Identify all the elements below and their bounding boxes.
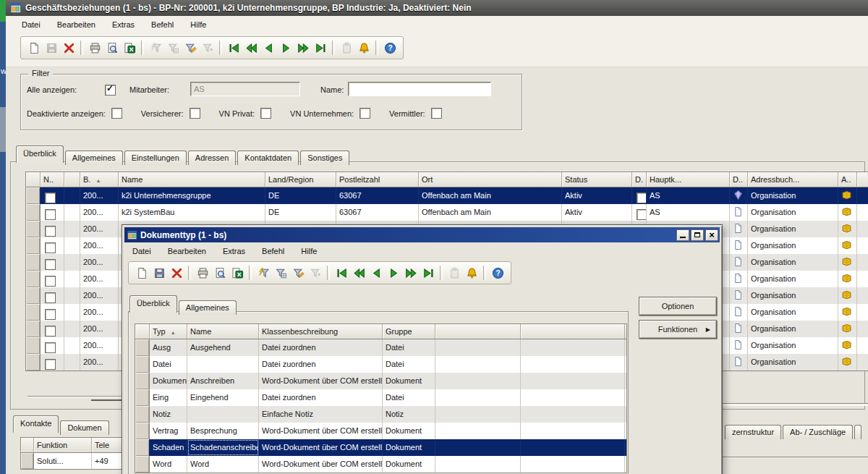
main-tab-sonstiges[interactable]: Sonstiges bbox=[300, 151, 349, 165]
bottom-tab-ab-zuschl-ge[interactable]: Ab- / Zuschläge bbox=[783, 425, 853, 439]
main-col-sel[interactable] bbox=[857, 172, 868, 187]
main-col-n[interactable]: N.. bbox=[41, 172, 64, 187]
filter-edit-button[interactable] bbox=[289, 264, 307, 282]
n-checkbox[interactable] bbox=[45, 292, 56, 303]
bottom-tab-kontakte[interactable]: Kontakte bbox=[13, 415, 59, 433]
dialog-menu-hilfe[interactable]: Hilfe bbox=[295, 244, 323, 258]
row-selector[interactable] bbox=[26, 321, 41, 337]
help-button[interactable]: ? bbox=[489, 264, 506, 282]
dialog-tab-allgemeines[interactable]: Allgemeines bbox=[179, 300, 237, 315]
main-menu-hilfe[interactable]: Hilfe bbox=[184, 17, 212, 32]
delete-button[interactable] bbox=[168, 264, 185, 282]
nav-first-button[interactable] bbox=[333, 264, 350, 282]
main-col-status[interactable]: Status bbox=[562, 172, 632, 187]
table-row[interactable]: DateiDatei zuordnenDatei bbox=[135, 356, 626, 373]
alarm-bell-button[interactable] bbox=[355, 39, 373, 56]
main-col-hauptk[interactable]: Hauptk... bbox=[647, 172, 730, 187]
main-col-sel[interactable] bbox=[64, 172, 80, 187]
dialog-menu-datei[interactable]: Datei bbox=[127, 244, 157, 258]
main-col-d[interactable]: D. bbox=[632, 172, 647, 187]
d-checkbox[interactable] bbox=[637, 209, 647, 220]
dialog-menu-befehl[interactable]: Befehl bbox=[256, 244, 290, 258]
nav-first-button[interactable] bbox=[225, 39, 242, 56]
dialog-tab-berblick[interactable]: Überblick bbox=[129, 295, 177, 313]
table-row[interactable]: SchadenSchadenanschreibenWord-Dokument ü… bbox=[135, 439, 626, 456]
excel-export-button[interactable] bbox=[229, 264, 246, 282]
table-row[interactable]: 200...k2i SystemBauDE63067Offenbach am M… bbox=[26, 204, 868, 221]
row-selector[interactable] bbox=[135, 456, 150, 473]
nav-last-button[interactable] bbox=[312, 39, 329, 56]
main-col-land-region[interactable]: Land/Region bbox=[265, 172, 336, 187]
n-checkbox[interactable] bbox=[45, 309, 56, 320]
main-tab-berblick[interactable]: Überblick bbox=[16, 145, 64, 163]
table-row[interactable]: WordWordWord-Dokument über COM erstellen… bbox=[135, 456, 626, 473]
nav-prev-button[interactable] bbox=[367, 264, 385, 282]
nav-prev-button[interactable] bbox=[260, 39, 277, 56]
row-selector[interactable] bbox=[26, 271, 41, 287]
contacts-col-funktion[interactable]: Funktion bbox=[34, 438, 92, 452]
table-row[interactable]: EingEingehendDatei zuordnenDatei bbox=[135, 389, 626, 406]
bottom-tab-zernstruktur[interactable]: zernstruktur bbox=[725, 425, 781, 439]
maximize-button[interactable] bbox=[691, 229, 704, 241]
row-selector[interactable] bbox=[26, 237, 41, 254]
row-selector[interactable] bbox=[135, 356, 150, 373]
print-button[interactable] bbox=[194, 264, 211, 282]
main-col-name[interactable]: Name bbox=[119, 172, 265, 187]
main-titlebar[interactable]: Geschäftsbeziehungen (1 - bs) - BP-Nr: 2… bbox=[6, 0, 868, 16]
new-document-button[interactable] bbox=[25, 39, 43, 56]
dialog-titlebar[interactable]: Dokumenttyp (1 - bs) bbox=[124, 227, 720, 242]
row-selector[interactable] bbox=[135, 389, 150, 406]
filter-checkbox-vermittler[interactable] bbox=[431, 108, 442, 119]
print-preview-button[interactable] bbox=[211, 264, 229, 282]
close-button[interactable] bbox=[705, 229, 718, 241]
row-selector[interactable] bbox=[26, 304, 41, 321]
n-checkbox[interactable] bbox=[45, 209, 56, 220]
main-tab-allgemeines[interactable]: Allgemeines bbox=[65, 151, 123, 165]
delete-button[interactable] bbox=[60, 39, 77, 56]
main-tab-adressen[interactable]: Adressen bbox=[188, 151, 236, 165]
row-selector[interactable] bbox=[135, 406, 150, 423]
minimize-button[interactable] bbox=[676, 229, 689, 241]
nav-next-fast-button[interactable] bbox=[294, 39, 312, 56]
nav-prev-fast-button[interactable] bbox=[242, 39, 260, 56]
print-preview-button[interactable] bbox=[103, 39, 121, 56]
dialog-col-sel[interactable] bbox=[521, 324, 625, 339]
row-selector[interactable] bbox=[26, 254, 41, 271]
dialog-col-name[interactable]: Name bbox=[187, 324, 259, 339]
filter-form-button[interactable] bbox=[272, 264, 289, 282]
main-col-a[interactable]: A.. bbox=[838, 172, 857, 187]
mitarbeiter-input[interactable] bbox=[190, 82, 300, 96]
main-menu-extras[interactable]: Extras bbox=[106, 17, 140, 32]
filter-checkbox-deaktivierte-anzeigen[interactable] bbox=[111, 108, 122, 119]
n-checkbox[interactable] bbox=[45, 226, 56, 237]
main-menu-bearbeiten[interactable]: Bearbeiten bbox=[51, 17, 101, 32]
n-checkbox[interactable] bbox=[45, 242, 56, 253]
main-col-d[interactable]: D.. bbox=[730, 172, 748, 187]
n-checkbox[interactable] bbox=[45, 276, 56, 287]
row-selector[interactable] bbox=[135, 339, 150, 356]
main-col-sel[interactable] bbox=[26, 172, 41, 187]
dialog-col-klassenbeschreibung[interactable]: Klassenbeschreibung bbox=[259, 324, 383, 339]
main-tab-kontaktdaten[interactable]: Kontaktdaten bbox=[237, 151, 299, 165]
help-button[interactable]: ? bbox=[381, 39, 399, 56]
table-row[interactable]: AusgAusgehendDatei zuordnenDatei bbox=[135, 339, 626, 356]
nav-next-fast-button[interactable] bbox=[402, 264, 420, 282]
main-col-postleitzahl[interactable]: Postleitzahl bbox=[336, 172, 419, 187]
n-checkbox[interactable] bbox=[45, 342, 56, 353]
row-selector[interactable] bbox=[135, 439, 150, 456]
d-checkbox[interactable] bbox=[637, 192, 647, 203]
row-selector[interactable] bbox=[26, 354, 41, 371]
row-selector[interactable] bbox=[26, 204, 41, 221]
n-checkbox[interactable] bbox=[45, 359, 56, 370]
main-col-ort[interactable]: Ort bbox=[419, 172, 562, 187]
optionen-button[interactable]: Optionen bbox=[639, 297, 717, 316]
main-menu-befehl[interactable]: Befehl bbox=[145, 17, 179, 32]
table-row[interactable]: DokumentAnschreibenWord-Dokument über CO… bbox=[135, 373, 626, 389]
nav-next-button[interactable] bbox=[277, 39, 294, 56]
alarm-bell-button[interactable] bbox=[463, 264, 480, 282]
table-row[interactable]: VertragBesprechungWord-Dokument über COM… bbox=[135, 423, 626, 439]
dialog-col-sel[interactable] bbox=[435, 324, 521, 339]
nav-next-button[interactable] bbox=[385, 264, 402, 282]
funktionen-button[interactable]: Funktionen ▶ bbox=[639, 320, 717, 339]
n-checkbox[interactable] bbox=[45, 259, 56, 270]
